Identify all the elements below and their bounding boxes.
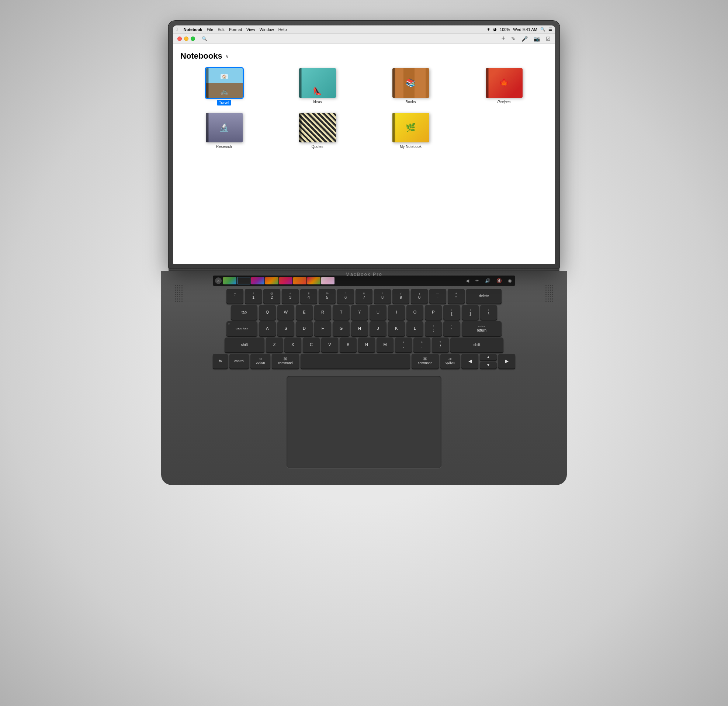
- key-period[interactable]: >.: [413, 337, 430, 352]
- key-s[interactable]: S: [277, 321, 294, 336]
- key-option-left[interactable]: alt option: [250, 354, 270, 369]
- key-rbracket[interactable]: }]: [462, 305, 479, 320]
- search-icon[interactable]: 🔍: [540, 27, 546, 32]
- notebook-ideas[interactable]: 👠 Ideas: [274, 68, 361, 106]
- key-arrow-right[interactable]: ▶: [498, 354, 515, 369]
- key-3[interactable]: #3: [282, 289, 299, 304]
- key-arrow-left[interactable]: ◀: [461, 354, 478, 369]
- add-icon[interactable]: +: [501, 35, 505, 42]
- key-delete[interactable]: delete: [466, 289, 501, 304]
- key-slash[interactable]: ?/: [432, 337, 449, 352]
- menu-help[interactable]: Help: [279, 27, 287, 32]
- key-o[interactable]: O: [406, 305, 423, 320]
- notification-icon[interactable]: ☰: [548, 27, 552, 32]
- key-comma[interactable]: <,: [395, 337, 412, 352]
- notebook-travel[interactable]: 🚲 🏠 Travel: [181, 68, 268, 106]
- key-2[interactable]: @2: [263, 289, 280, 304]
- key-n[interactable]: N: [358, 337, 375, 352]
- notebook-research[interactable]: 🔬 Research: [181, 113, 268, 149]
- tb-siri-icon[interactable]: ◉: [506, 277, 513, 284]
- key-w[interactable]: W: [277, 305, 294, 320]
- tb-thumb-5[interactable]: [279, 277, 292, 284]
- apple-logo-icon[interactable]: : [176, 26, 178, 32]
- camera-icon[interactable]: 📷: [534, 36, 540, 42]
- toolbar-search[interactable]: 🔍: [201, 35, 208, 42]
- key-d[interactable]: D: [296, 321, 313, 336]
- key-x[interactable]: X: [285, 337, 301, 352]
- tb-thumb-8[interactable]: [321, 277, 335, 284]
- key-a[interactable]: A: [259, 321, 276, 336]
- notebook-recipes[interactable]: 🍁 Recipes: [460, 68, 547, 106]
- menu-view[interactable]: View: [246, 27, 255, 32]
- key-option-right[interactable]: alt option: [441, 354, 460, 369]
- key-i[interactable]: I: [388, 305, 405, 320]
- tb-brightness-icon[interactable]: ☀: [474, 277, 481, 284]
- key-c[interactable]: C: [303, 337, 320, 352]
- notebooks-dropdown-arrow[interactable]: ∨: [225, 53, 229, 59]
- key-0[interactable]: )0: [411, 289, 428, 304]
- tb-thumb-6[interactable]: [293, 277, 306, 284]
- tb-thumb-2[interactable]: [237, 277, 250, 284]
- key-command-right[interactable]: ⌘ command: [412, 354, 439, 369]
- key-u[interactable]: U: [370, 305, 387, 320]
- key-capslock[interactable]: caps lock: [227, 321, 257, 336]
- notebook-quotes[interactable]: Quotes: [274, 113, 361, 149]
- close-button[interactable]: [178, 36, 182, 41]
- key-quote[interactable]: "': [443, 321, 460, 336]
- key-shift-right[interactable]: shift: [450, 337, 503, 352]
- key-arrow-up[interactable]: ▲: [480, 354, 497, 360]
- key-backtick[interactable]: ~`: [227, 289, 243, 304]
- key-5[interactable]: %5: [319, 289, 336, 304]
- key-enter[interactable]: enter return: [462, 321, 501, 336]
- tb-thumb-4[interactable]: [265, 277, 279, 284]
- key-equals[interactable]: +=: [448, 289, 465, 304]
- key-k[interactable]: K: [388, 321, 405, 336]
- key-backslash[interactable]: |\: [480, 305, 497, 320]
- key-tab[interactable]: tab: [231, 305, 257, 320]
- key-r[interactable]: R: [314, 305, 331, 320]
- trackpad[interactable]: [286, 376, 442, 468]
- touch-bar-close[interactable]: ✕: [215, 277, 222, 284]
- key-t[interactable]: T: [333, 305, 350, 320]
- key-b[interactable]: B: [339, 337, 357, 352]
- key-arrow-down[interactable]: ▼: [480, 362, 497, 369]
- compose-icon[interactable]: ✎: [511, 36, 516, 42]
- key-m[interactable]: M: [377, 337, 393, 352]
- key-spacebar[interactable]: [300, 354, 410, 369]
- menu-format[interactable]: Format: [229, 27, 242, 32]
- menu-file[interactable]: File: [207, 27, 213, 32]
- key-8[interactable]: *8: [374, 289, 391, 304]
- tb-prev-icon[interactable]: ◀: [464, 277, 471, 284]
- key-shift-left[interactable]: shift: [225, 337, 264, 352]
- tb-mute-icon[interactable]: 🔇: [495, 277, 503, 284]
- key-g[interactable]: G: [333, 321, 350, 336]
- key-7[interactable]: &7: [355, 289, 373, 304]
- key-j[interactable]: J: [370, 321, 387, 336]
- key-e[interactable]: E: [296, 305, 313, 320]
- key-v[interactable]: V: [321, 337, 338, 352]
- key-control[interactable]: control: [230, 354, 249, 369]
- microphone-icon[interactable]: 🎤: [521, 36, 528, 42]
- key-minus[interactable]: —-: [429, 289, 446, 304]
- key-6[interactable]: ^6: [337, 289, 354, 304]
- key-y[interactable]: Y: [351, 305, 368, 320]
- key-command-left[interactable]: ⌘ command: [272, 354, 299, 369]
- tb-thumb-7[interactable]: [307, 277, 321, 284]
- tb-thumb-1[interactable]: [223, 277, 236, 284]
- key-q[interactable]: Q: [259, 305, 276, 320]
- key-4[interactable]: $4: [300, 289, 317, 304]
- key-l[interactable]: L: [406, 321, 423, 336]
- tb-thumb-3[interactable]: [251, 277, 264, 284]
- key-9[interactable]: (9: [392, 289, 409, 304]
- key-f[interactable]: F: [314, 321, 331, 336]
- notebook-books[interactable]: 📚 Books: [367, 68, 454, 106]
- fullscreen-button[interactable]: [191, 36, 195, 41]
- minimize-button[interactable]: [184, 36, 188, 41]
- menu-window[interactable]: Window: [260, 27, 274, 32]
- checklist-icon[interactable]: ☑: [546, 36, 550, 42]
- key-p[interactable]: P: [425, 305, 442, 320]
- key-z[interactable]: Z: [266, 337, 283, 352]
- notebook-mynotebook[interactable]: 🌿 My Notebook: [367, 113, 454, 149]
- key-1[interactable]: !1: [245, 289, 262, 304]
- menu-edit[interactable]: Edit: [218, 27, 225, 32]
